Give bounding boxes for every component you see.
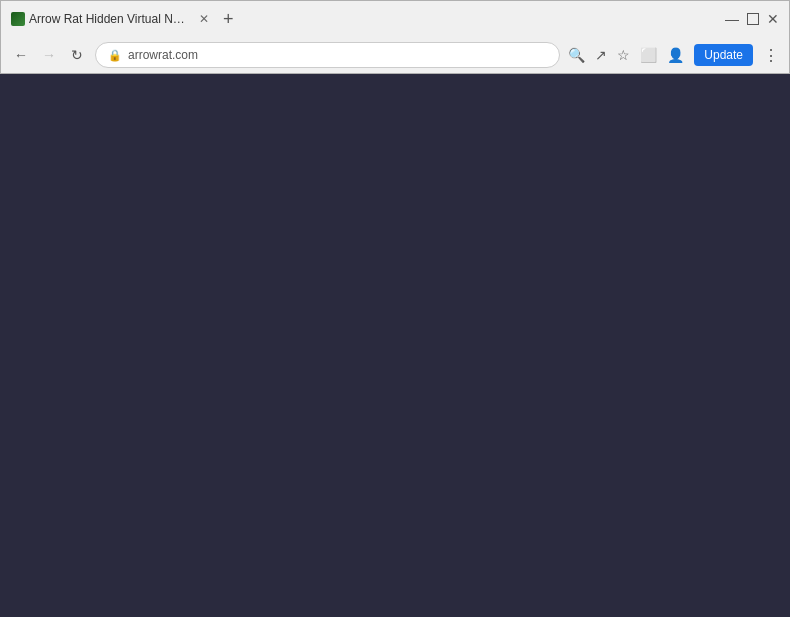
profile-icon[interactable]: 👤: [667, 47, 684, 63]
bookmark-icon[interactable]: ☆: [617, 47, 630, 63]
minimize-icon[interactable]: —: [725, 11, 739, 27]
title-bar: Arrow Rat Hidden Virtual Netwo... ✕ + — …: [1, 1, 789, 37]
restore-icon[interactable]: [747, 13, 759, 25]
address-input[interactable]: 🔒 arrowrat.com: [95, 42, 560, 68]
browser-frame: Arrow Rat Hidden Virtual Netwo... ✕ + — …: [0, 0, 790, 74]
address-text: arrowrat.com: [128, 48, 198, 62]
forward-button[interactable]: →: [39, 47, 59, 63]
toolbar-icons: 🔍 ↗ ☆ ⬜ 👤 Update ⋮: [568, 44, 779, 66]
search-icon[interactable]: 🔍: [568, 47, 585, 63]
tab-favicon: [11, 12, 25, 26]
menu-icon[interactable]: ⋮: [763, 46, 779, 65]
extensions-icon[interactable]: ⬜: [640, 47, 657, 63]
back-button[interactable]: ←: [11, 47, 31, 63]
new-tab-button[interactable]: +: [223, 9, 234, 30]
tab-title: Arrow Rat Hidden Virtual Netwo...: [29, 12, 189, 26]
address-bar: ← → ↻ 🔒 arrowrat.com 🔍 ↗ ☆ ⬜ 👤 Update ⋮: [1, 37, 789, 73]
reload-button[interactable]: ↻: [67, 47, 87, 63]
lock-icon: 🔒: [108, 49, 122, 62]
tab-close-icon[interactable]: ✕: [199, 12, 209, 26]
share-icon[interactable]: ↗: [595, 47, 607, 63]
update-button[interactable]: Update: [694, 44, 753, 66]
close-icon[interactable]: ✕: [767, 11, 779, 27]
